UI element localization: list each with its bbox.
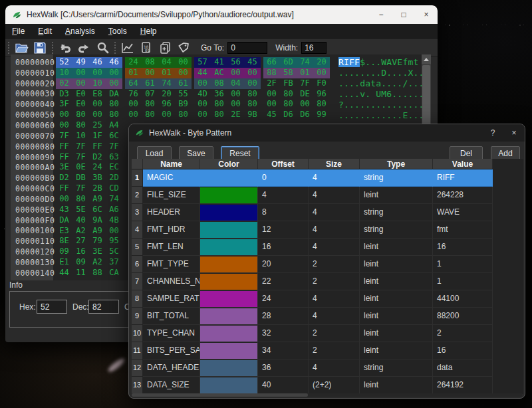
color-swatch[interactable]: [200, 205, 257, 221]
hex-byte[interactable]: EC: [106, 162, 122, 173]
menu-help[interactable]: Help: [134, 25, 164, 38]
hex-byte[interactable]: 00: [125, 110, 142, 120]
cell-name[interactable]: HEADER: [143, 204, 200, 221]
cell-color[interactable]: [200, 169, 258, 187]
hex-byte[interactable]: 52: [56, 57, 72, 68]
hex-byte[interactable]: FB: [280, 78, 297, 89]
cell-type[interactable]: leint: [360, 239, 433, 256]
hex-byte[interactable]: 45: [263, 110, 280, 120]
hex-byte[interactable]: 10: [89, 78, 106, 89]
hex-byte[interactable]: 00: [56, 194, 72, 205]
hex-byte[interactable]: 41: [211, 57, 227, 68]
del-button[interactable]: Del: [450, 146, 483, 160]
cell-value[interactable]: 16: [433, 342, 493, 359]
hex-byte[interactable]: 80: [313, 99, 330, 110]
pattern-row-filesize[interactable]: 2FILE_SIZE44leint264228: [132, 187, 523, 204]
search-icon[interactable]: [93, 40, 112, 56]
hex-byte[interactable]: 00: [106, 68, 122, 78]
cell-offset[interactable]: 12: [258, 221, 309, 239]
hex-byte[interactable]: 58: [280, 68, 297, 78]
diff-file-icon[interactable]: [156, 40, 174, 56]
hex-byte[interactable]: 00: [194, 78, 211, 89]
cell-color[interactable]: [200, 187, 258, 204]
hex-byte[interactable]: 3F: [56, 99, 72, 110]
redo-icon[interactable]: [74, 40, 93, 56]
hex-byte[interactable]: 08: [211, 78, 227, 89]
hex-byte[interactable]: 00: [89, 110, 106, 120]
hex-byte[interactable]: E0: [72, 99, 89, 110]
cell-size[interactable]: 4: [309, 187, 360, 204]
save-button[interactable]: Save: [179, 146, 213, 160]
hex-byte[interactable]: 00: [175, 57, 192, 68]
dialog-horizontal-scrollbar[interactable]: [132, 393, 522, 397]
add-button[interactable]: Add: [491, 146, 520, 160]
hex-byte[interactable]: 44: [56, 268, 72, 278]
hex-byte[interactable]: 37: [106, 257, 122, 268]
cell-value[interactable]: fmt: [433, 221, 493, 239]
hex-byte[interactable]: A9: [89, 194, 106, 205]
hex-byte[interactable]: 74: [297, 57, 313, 68]
cell-name[interactable]: FILE_SIZE: [143, 187, 200, 204]
hex-byte[interactable]: 6C: [89, 205, 106, 215]
hex-byte[interactable]: 00: [56, 120, 72, 131]
column-header-offset[interactable]: Offset: [258, 159, 309, 169]
hex-byte[interactable]: 3E: [56, 162, 72, 173]
hex-byte[interactable]: 5C: [106, 247, 122, 257]
hex-byte[interactable]: 00: [89, 99, 106, 110]
chart-icon[interactable]: [118, 40, 137, 56]
hex-byte[interactable]: 09: [56, 247, 72, 257]
pattern-row-magic[interactable]: 1MAGIC04stringRIFF: [132, 169, 523, 187]
hex-value-field[interactable]: [37, 300, 67, 314]
hex-byte[interactable]: 00: [194, 99, 211, 110]
ascii-text[interactable]: RIFF$...WAVEfmt: [338, 57, 424, 67]
cell-name[interactable]: CHANNELS_NUM: [143, 273, 200, 290]
pattern-row-bittotal[interactable]: 9BIT_TOTAL284leint88200: [132, 308, 523, 325]
hex-byte[interactable]: FF: [56, 183, 72, 194]
hex-byte[interactable]: 80: [211, 110, 227, 120]
hex-byte[interactable]: 80: [244, 99, 261, 110]
hex-byte[interactable]: FF: [89, 142, 106, 152]
cell-value[interactable]: 16: [433, 239, 493, 256]
cell-size[interactable]: 2: [309, 256, 360, 273]
cell-size[interactable]: 2: [309, 342, 360, 359]
cell-color[interactable]: [200, 256, 258, 273]
cell-type[interactable]: leint: [360, 187, 433, 204]
binary-convert-icon[interactable]: 10 01: [137, 40, 156, 56]
hex-byte[interactable]: 9B: [244, 110, 261, 120]
cell-type[interactable]: leint: [360, 325, 433, 342]
cell-color[interactable]: [200, 377, 258, 394]
hex-byte[interactable]: E8: [89, 89, 106, 100]
ascii-text[interactable]: ?...............: [338, 100, 424, 110]
hex-byte[interactable]: 79: [89, 236, 106, 247]
hex-byte[interactable]: 2B: [89, 183, 106, 194]
hex-byte[interactable]: DB: [72, 173, 89, 183]
column-header-size[interactable]: Size: [309, 159, 360, 169]
cell-type[interactable]: leint: [360, 273, 433, 290]
hex-byte[interactable]: 10: [56, 68, 72, 78]
cell-offset[interactable]: 28: [258, 308, 309, 325]
hex-byte[interactable]: A2: [72, 226, 89, 237]
hex-byte[interactable]: 80: [106, 99, 122, 110]
cell-type[interactable]: string: [360, 221, 433, 239]
hex-byte[interactable]: 00: [297, 99, 313, 110]
hex-byte[interactable]: DA: [106, 89, 122, 100]
cell-color[interactable]: [200, 204, 258, 221]
cell-offset[interactable]: 40: [258, 377, 309, 394]
hex-byte[interactable]: 7F: [106, 142, 122, 152]
hex-byte[interactable]: 88: [263, 68, 280, 78]
cell-size[interactable]: 4: [309, 290, 360, 308]
hex-byte[interactable]: A6: [106, 205, 122, 215]
color-swatch[interactable]: [200, 326, 257, 342]
hex-byte[interactable]: 80: [280, 89, 297, 100]
hex-byte[interactable]: 66: [263, 57, 280, 68]
hex-byte[interactable]: 11: [72, 268, 89, 278]
hex-byte[interactable]: 25: [89, 120, 106, 131]
pattern-row-typechan[interactable]: 10TYPE_CHAN322leint2: [132, 325, 523, 342]
toolbar-grip[interactable]: [7, 42, 11, 54]
hex-byte[interactable]: 00: [227, 68, 244, 78]
hex-byte[interactable]: 44: [194, 68, 211, 78]
hex-byte[interactable]: 00: [313, 68, 330, 78]
hex-byte[interactable]: 80: [106, 110, 122, 120]
pattern-row-datasize[interactable]: 13DATA_SIZE40(2+2)leint264192: [132, 377, 523, 394]
hex-byte[interactable]: 00: [194, 110, 211, 120]
